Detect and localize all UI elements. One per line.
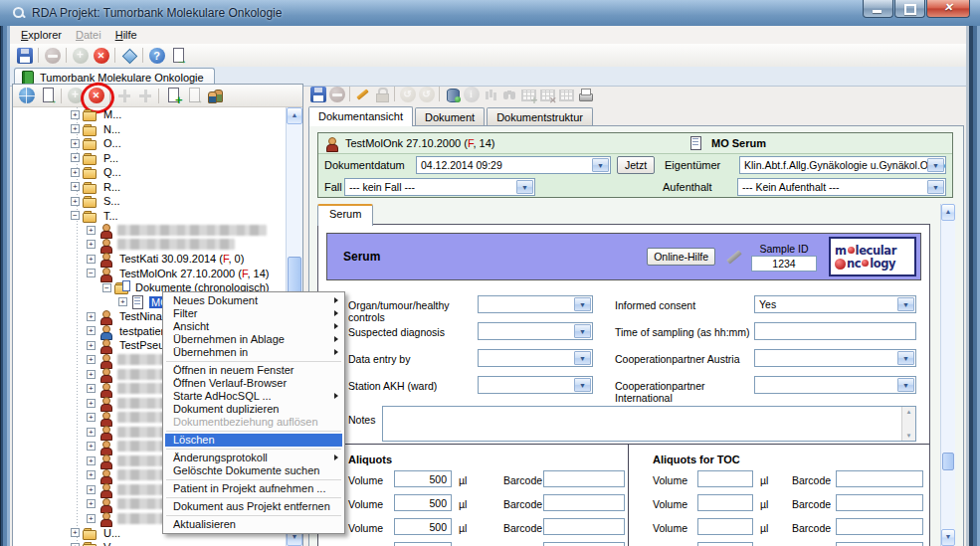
scroll-up-icon[interactable]: ▲: [906, 409, 912, 415]
context-menu-item-gel-schte-dokumente-suchen[interactable]: Gelöschte Dokumente suchen: [165, 464, 342, 477]
menu-explorer[interactable]: Explorer: [14, 27, 69, 43]
tree-item[interactable]: +P...: [13, 151, 287, 166]
context-menu-item-patient-in-projekt-aufnehmen[interactable]: Patient in Projekt aufnehmen ...: [165, 482, 342, 495]
close-button[interactable]: ✕: [926, 0, 970, 18]
expand-icon[interactable]: +: [87, 312, 96, 321]
tab-dokumentansicht[interactable]: Dokumentansicht: [308, 106, 413, 126]
patients-button[interactable]: [204, 87, 225, 105]
save-button[interactable]: [14, 46, 35, 65]
notes-textarea[interactable]: ▲▼: [382, 406, 916, 442]
save-button[interactable]: [308, 85, 327, 103]
expand-icon[interactable]: +: [87, 514, 96, 523]
tree-item[interactable]: +V...: [13, 540, 287, 546]
expand-icon[interactable]: +: [118, 297, 127, 306]
tree-item[interactable]: +TestKati 30.09.2014 (F, 0): [13, 252, 287, 267]
expand-icon[interactable]: +: [71, 197, 80, 206]
context-menu-item-ffnen-verlauf-browser[interactable]: Öffnen Verlauf-Browser: [165, 377, 342, 390]
tree-item[interactable]: +S...: [13, 194, 287, 209]
expand-icon[interactable]: +: [87, 240, 96, 249]
expand-icon[interactable]: +: [71, 110, 80, 119]
notes-scrollbar[interactable]: ▲▼: [901, 407, 915, 441]
dokumentdatum-combo[interactable]: 04.12.2014 09:29: [416, 156, 611, 174]
expand-icon[interactable]: +: [87, 456, 96, 465]
expand-icon[interactable]: +: [87, 355, 96, 364]
context-menu-item-aktualisieren[interactable]: Aktualisieren: [165, 518, 342, 531]
tree-item[interactable]: +M...: [13, 107, 287, 122]
context-menu-item-ffnen-in-neuem-fenster[interactable]: Öffnen in neuem Fenster: [165, 364, 342, 377]
context-menu-item-nderungsprotokoll[interactable]: Änderungsprotokoll: [165, 452, 342, 464]
barcode-input[interactable]: [836, 542, 923, 546]
expand-icon[interactable]: +: [87, 384, 96, 393]
cooperationpartner-austria-combo[interactable]: [754, 349, 916, 367]
expand-icon[interactable]: +: [87, 226, 96, 235]
collapse-icon[interactable]: −: [87, 269, 96, 277]
exit-button[interactable]: [167, 46, 188, 65]
volume-input[interactable]: [697, 518, 753, 535]
data-entry-by-combo[interactable]: [478, 349, 593, 367]
maximize-button[interactable]: [894, 0, 925, 18]
tree-item[interactable]: −TestMolOnk 27.10.2000 (F, 14): [13, 267, 287, 281]
eigentuemer-combo[interactable]: Klin.Abt.f.Allg.Gynäkologie u.Gynäkol.On…: [739, 156, 946, 174]
serum-tab[interactable]: Serum: [317, 204, 373, 226]
sample-id-input[interactable]: 1234: [751, 256, 817, 272]
expand-icon[interactable]: +: [71, 139, 80, 148]
form-scrollbar[interactable]: [940, 204, 955, 546]
suspected-diagnosis-combo[interactable]: [478, 322, 593, 340]
fall-combo[interactable]: --- kein Fall ---: [344, 178, 535, 196]
expand-icon[interactable]: +: [87, 370, 96, 379]
barcode-input[interactable]: [543, 494, 625, 511]
expand-icon[interactable]: +: [71, 528, 80, 537]
expand-icon[interactable]: +: [87, 413, 96, 422]
scroll-down-icon[interactable]: ▼: [906, 433, 912, 439]
sync-button[interactable]: [118, 46, 139, 65]
barcode-input[interactable]: [543, 518, 625, 535]
expand-icon[interactable]: +: [87, 399, 96, 408]
scroll-up-icon[interactable]: [941, 204, 955, 221]
expand-icon[interactable]: +: [71, 182, 80, 191]
web-button[interactable]: [16, 87, 37, 105]
tab-dokumentstruktur[interactable]: Dokumentstruktur: [487, 107, 593, 125]
tree-item[interactable]: +O...: [13, 136, 287, 151]
volume-input[interactable]: [697, 542, 753, 546]
tab-dokument[interactable]: Dokument: [415, 107, 485, 125]
expand-icon[interactable]: +: [87, 499, 96, 508]
scroll-thumb[interactable]: [942, 453, 954, 470]
context-menu-item-dokument-duplizieren[interactable]: Dokument duplizieren: [165, 403, 342, 416]
collapse-icon[interactable]: −: [71, 211, 80, 220]
expand-icon[interactable]: +: [87, 326, 96, 335]
menu-hilfe[interactable]: Hilfe: [108, 27, 144, 43]
aufenthalt-combo[interactable]: --- Kein Aufenthalt ---: [737, 178, 946, 196]
tree-item[interactable]: +R...: [13, 180, 287, 195]
database-button[interactable]: [443, 85, 462, 103]
volume-input[interactable]: [697, 494, 753, 511]
expand-icon[interactable]: +: [87, 470, 96, 479]
delete-button[interactable]: [86, 87, 106, 105]
context-menu-item-starte-adhocsql[interactable]: Starte AdHocSQL ...: [165, 390, 342, 403]
titlebar[interactable]: RDA Projekt: Tumorbank Molekulare Onkolo…: [0, 0, 980, 27]
help-button[interactable]: [146, 46, 167, 65]
context-menu-item-bernehmen-in[interactable]: Übernehmen in: [165, 346, 342, 359]
open-document-button[interactable]: [37, 87, 58, 105]
tree-item-redacted[interactable]: +: [13, 223, 287, 238]
context-menu-item-bernehmen-in-ablage[interactable]: Übernehmen in Ablage: [165, 333, 342, 346]
barcode-input[interactable]: [836, 470, 923, 487]
expand-icon[interactable]: +: [87, 485, 96, 494]
barcode-input[interactable]: [836, 494, 923, 511]
new-document-button[interactable]: [162, 87, 183, 105]
time-of-sampling-as-hh-mm-input[interactable]: [754, 322, 916, 340]
expand-icon[interactable]: +: [87, 341, 96, 350]
delete-button[interactable]: [91, 46, 111, 65]
barcode-input[interactable]: [543, 470, 625, 487]
expand-icon[interactable]: +: [71, 153, 80, 162]
expand-icon[interactable]: +: [87, 428, 96, 437]
context-menu-item-l-schen[interactable]: Löschen: [165, 434, 342, 447]
context-menu-item-dokument-aus-projekt-entfernen[interactable]: Dokument aus Projekt entfernen: [165, 500, 342, 513]
pencil-icon[interactable]: [725, 248, 743, 266]
volume-input[interactable]: 500: [394, 494, 452, 511]
volume-input[interactable]: 500: [394, 470, 452, 487]
scroll-up-icon[interactable]: [287, 107, 302, 124]
context-menu-item-filter[interactable]: Filter: [165, 307, 342, 320]
minimize-button[interactable]: [863, 0, 893, 18]
collapse-icon[interactable]: −: [102, 283, 111, 292]
scroll-down-icon[interactable]: [941, 529, 955, 546]
